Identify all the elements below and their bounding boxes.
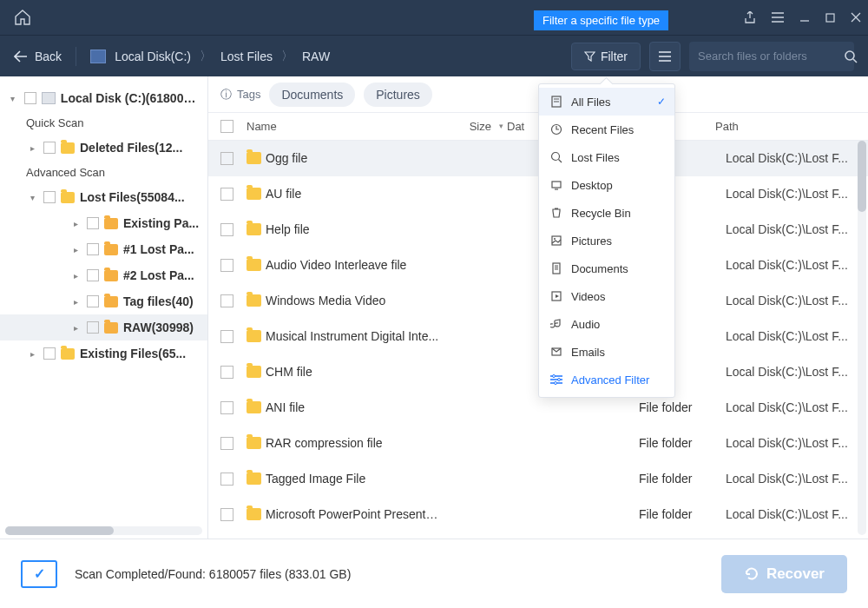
recover-button[interactable]: Recover — [721, 555, 847, 593]
folder-icon — [104, 270, 118, 281]
chevron-right-icon[interactable]: ▸ — [69, 297, 82, 307]
column-path[interactable]: Path — [715, 120, 856, 133]
folder-icon — [104, 244, 118, 255]
chevron-right-icon[interactable]: ▸ — [26, 143, 38, 153]
checkbox[interactable] — [43, 142, 56, 154]
checkbox[interactable] — [220, 223, 233, 236]
tree-label: Tag files(40) — [123, 294, 194, 308]
tree-tag-files[interactable]: ▸ Tag files(40) — [0, 288, 207, 314]
filter-option[interactable]: Documents — [539, 254, 674, 282]
advanced-filter-label: Advanced Filter — [571, 373, 649, 387]
filter-option[interactable]: Emails — [539, 338, 674, 366]
menu-icon[interactable] — [772, 12, 784, 23]
chevron-right-icon: 〉 — [200, 49, 212, 64]
filter-option[interactable]: Desktop — [539, 171, 674, 199]
chevron-down-icon[interactable]: ▾ — [26, 193, 38, 202]
chevron-down-icon[interactable]: ▾ — [7, 94, 19, 103]
filter-option[interactable]: All Files✓ — [539, 88, 674, 116]
filter-option[interactable]: Pictures — [539, 227, 674, 254]
checkbox[interactable] — [87, 321, 99, 334]
search-icon[interactable] — [844, 50, 858, 63]
file-name: ANI file — [266, 400, 439, 414]
filter-option[interactable]: Audio — [539, 310, 674, 338]
back-button[interactable]: Back — [14, 50, 62, 63]
file-path: Local Disk(C:)\Lost F... — [726, 365, 856, 379]
checkbox[interactable] — [43, 347, 56, 360]
search-input[interactable] — [698, 50, 844, 63]
checkbox[interactable] — [220, 366, 233, 379]
tree-lost-files[interactable]: ▾ Lost Files(55084... — [0, 184, 207, 210]
file-path: Local Disk(C:)\Lost F... — [726, 222, 856, 236]
checkbox[interactable] — [220, 330, 233, 343]
tree-existing-partition[interactable]: ▸ Existing Pa... — [0, 210, 207, 236]
close-icon[interactable] — [851, 12, 861, 23]
checkbox[interactable] — [220, 259, 233, 272]
tag-pictures[interactable]: Pictures — [364, 83, 432, 107]
file-path: Local Disk(C:)\Lost F... — [726, 187, 856, 201]
column-name[interactable]: Name — [247, 120, 429, 133]
checkbox[interactable] — [220, 473, 233, 486]
scrollbar-vertical[interactable] — [858, 141, 866, 535]
filter-option-label: Recent Files — [571, 123, 634, 136]
filter-option[interactable]: Lost Files — [539, 143, 674, 171]
home-icon[interactable] — [7, 6, 38, 29]
checkbox[interactable] — [220, 401, 233, 414]
share-icon[interactable] — [744, 11, 756, 23]
chevron-right-icon[interactable]: ▸ — [69, 219, 82, 228]
checkbox[interactable] — [220, 437, 233, 450]
checkbox[interactable] — [43, 191, 56, 203]
tree-raw[interactable]: ▸ RAW(30998) — [0, 314, 207, 340]
minimize-icon[interactable] — [799, 12, 810, 23]
back-label: Back — [35, 50, 62, 63]
checkbox[interactable] — [87, 269, 99, 281]
chevron-right-icon[interactable]: ▸ — [69, 271, 82, 281]
table-row[interactable]: Microsoft PowerPoint Presenta...File fol… — [208, 497, 868, 532]
tag-documents[interactable]: Documents — [269, 83, 355, 107]
folder-icon — [247, 223, 261, 235]
tree-deleted-files[interactable]: ▸ Deleted Files(12... — [0, 135, 207, 161]
checkbox[interactable] — [87, 243, 99, 255]
filter-option-icon — [549, 318, 562, 331]
advanced-filter[interactable]: Advanced Filter — [539, 366, 674, 393]
filter-option[interactable]: Recycle Bin — [539, 199, 674, 227]
checkbox[interactable] — [220, 152, 233, 165]
file-name: RAR compression file — [266, 436, 439, 450]
tree-label: Deleted Files(12... — [80, 141, 182, 155]
filter-option[interactable]: Recent Files — [539, 116, 674, 143]
checkbox[interactable] — [220, 508, 233, 521]
column-size[interactable]: Size — [429, 120, 507, 133]
scrollbar-horizontal[interactable] — [5, 526, 202, 535]
table-row[interactable]: Tagged Image FileFile folderLocal Disk(C… — [208, 461, 868, 497]
filter-button[interactable]: Filter — [571, 43, 641, 70]
maximize-icon[interactable] — [825, 13, 835, 23]
search-box[interactable] — [689, 42, 854, 71]
tree-root[interactable]: ▾ Local Disk (C:)(6180057) — [0, 85, 207, 111]
checkbox[interactable] — [87, 217, 99, 229]
section-advanced-scan: Advanced Scan — [0, 161, 207, 184]
chevron-right-icon[interactable]: ▸ — [69, 323, 82, 333]
breadcrumb-item[interactable]: RAW — [302, 50, 330, 63]
chevron-right-icon[interactable]: ▸ — [26, 349, 38, 359]
file-path: Local Disk(C:)\Lost F... — [726, 294, 856, 307]
svg-rect-8 — [553, 263, 560, 274]
tree-lost-partition-2[interactable]: ▸ #2 Lost Pa... — [0, 262, 207, 288]
checkbox[interactable] — [24, 92, 36, 104]
file-name: Audio Video Interleave file — [266, 258, 439, 272]
checkbox[interactable] — [220, 188, 233, 201]
checkbox[interactable] — [87, 295, 99, 307]
checkbox[interactable] — [220, 294, 233, 307]
filter-option[interactable]: Videos — [539, 282, 674, 310]
tree-existing-files[interactable]: ▸ Existing Files(65... — [0, 340, 207, 367]
breadcrumb-item[interactable]: Local Disk(C:) — [115, 50, 191, 63]
tree-lost-partition-1[interactable]: ▸ #1 Lost Pa... — [0, 236, 207, 262]
filter-option-label: All Files — [571, 96, 611, 109]
view-mode-button[interactable] — [649, 42, 681, 71]
folder-icon — [247, 508, 261, 520]
drive-icon — [42, 92, 56, 104]
breadcrumb-item[interactable]: Lost Files — [220, 50, 273, 63]
table-row[interactable]: RAR compression fileFile folderLocal Dis… — [208, 426, 868, 461]
checkbox-all[interactable] — [220, 120, 233, 133]
svg-point-11 — [552, 375, 555, 378]
filter-option-label: Documents — [571, 262, 628, 275]
chevron-right-icon[interactable]: ▸ — [69, 245, 82, 254]
